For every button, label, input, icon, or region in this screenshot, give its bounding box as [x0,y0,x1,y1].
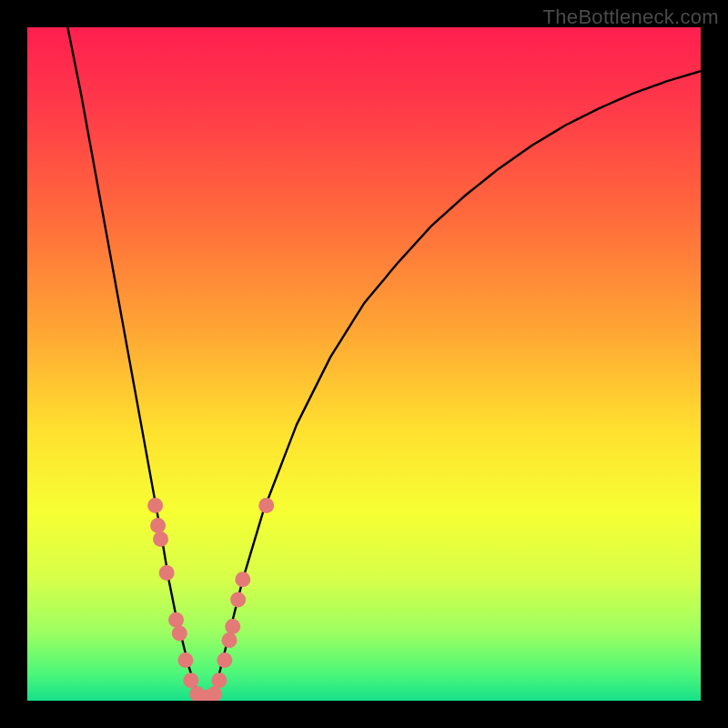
data-point [177,652,193,668]
gradient-background [27,27,701,701]
data-point [217,652,232,668]
data-point [225,619,240,634]
data-point [222,632,238,648]
data-point [153,531,168,547]
data-point [159,565,175,581]
watermark-text: TheBottleneck.com [543,5,719,29]
data-point [211,672,227,688]
plot-area [27,27,701,701]
chart-container: TheBottleneck.com [0,0,728,728]
chart-svg [27,27,701,701]
data-point [258,498,274,513]
data-point [172,626,187,642]
data-point [147,498,163,513]
data-point [150,518,166,533]
data-point [168,612,184,628]
data-point [230,592,246,608]
data-point [183,672,198,688]
data-point [235,571,250,587]
